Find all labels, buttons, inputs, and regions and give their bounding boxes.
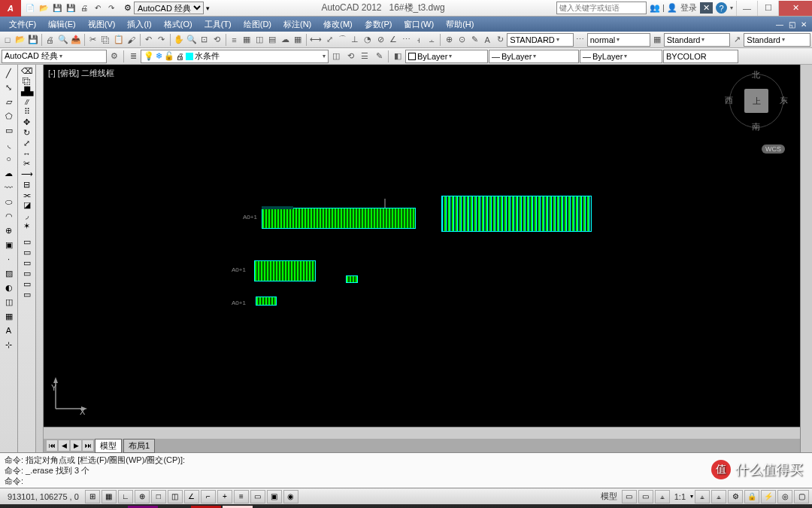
preview-icon[interactable]: 🔍	[57, 33, 69, 47]
dim-cont-icon[interactable]: ⫠	[426, 33, 438, 47]
tab-first-icon[interactable]: ⏮	[47, 440, 57, 451]
sc-toggle[interactable]: ◉	[283, 490, 298, 503]
command-line[interactable]: 命令: 指定对角点或 [栏选(F)/圈围(WP)/圈交(CP)]: 命令: _.…	[0, 452, 812, 488]
revcloud-icon[interactable]: ☁	[2, 166, 17, 180]
layer-prev-icon[interactable]: ⟲	[344, 50, 357, 63]
mleader-icon[interactable]: ↗	[731, 33, 743, 47]
undo-icon[interactable]: ↶	[92, 2, 103, 14]
snap-toggle[interactable]: ⊞	[85, 490, 100, 503]
model-space-button[interactable]: 模型	[598, 491, 620, 502]
plotstyle-dropdown[interactable]: BYCOLOR	[663, 50, 738, 63]
dim-update-icon[interactable]: ↻	[494, 33, 506, 47]
toolbar-lock-icon[interactable]: 🔒	[744, 490, 759, 503]
rotate-icon[interactable]: ↻	[23, 128, 30, 138]
mdi-min-icon[interactable]: —	[774, 20, 785, 29]
move-icon[interactable]: ✥	[23, 117, 30, 127]
mleaderstyle-dropdown[interactable]: Standard▾	[744, 33, 810, 47]
anno-scale[interactable]: 1:1	[671, 492, 689, 501]
tablestyle-dropdown[interactable]: Standard▾	[664, 33, 731, 47]
dimstyle-dropdown[interactable]: STANDARD▾	[507, 33, 574, 47]
zoom-window-icon[interactable]: ⊡	[198, 33, 211, 47]
drawing-qv-icon[interactable]: ▭	[638, 490, 653, 503]
model-viewport[interactable]: [-] [俯视] 二维线框 北 南 东 西 上 WCS A0+1 A0+1 A0…	[44, 65, 800, 427]
dim-align-icon[interactable]: ⤢	[323, 33, 335, 47]
lwt-toggle[interactable]: ≡	[234, 490, 249, 503]
insert-icon[interactable]: ⊕	[2, 224, 17, 237]
layer-tool6-icon[interactable]: ▭	[23, 290, 31, 300]
textstyle-dropdown[interactable]: normal▾	[587, 33, 650, 47]
task-camera-icon[interactable]: 📷	[128, 506, 158, 509]
explode-icon[interactable]: ✶	[23, 221, 30, 231]
layer-state-icon[interactable]: ☰	[358, 50, 371, 63]
stretch-icon[interactable]: ↔	[23, 149, 31, 158]
publish-icon[interactable]: 📤	[70, 33, 82, 47]
print-icon[interactable]: 🖨	[78, 2, 89, 14]
isolate-icon[interactable]: ◎	[777, 490, 792, 503]
dim-rad-icon[interactable]: ◔	[362, 33, 374, 47]
task-app1-icon[interactable]: 🎨	[65, 506, 95, 509]
tab-next-icon[interactable]: ▶	[71, 440, 81, 451]
fillet-icon[interactable]: ◞	[26, 211, 29, 221]
open-icon[interactable]: 📂	[14, 33, 26, 47]
layout-qv-icon[interactable]: ▭	[622, 490, 637, 503]
tab-prev-icon[interactable]: ◀	[59, 440, 69, 451]
dc-icon[interactable]: ▦	[241, 33, 253, 47]
dim-more-icon[interactable]: ⋯	[574, 33, 586, 47]
menu-item[interactable]: 窗口(W)	[398, 19, 440, 30]
linetype-dropdown[interactable]: —ByLayer▾	[489, 50, 579, 63]
start-button[interactable]: ⊞	[2, 506, 32, 509]
mdi-close-icon[interactable]: ✕	[798, 20, 809, 29]
undo-icon[interactable]: ↶	[143, 33, 155, 47]
h-scrollbar[interactable]	[44, 427, 800, 439]
app-logo-icon[interactable]: A	[0, 0, 21, 17]
layer-props-icon[interactable]: ≣	[126, 50, 140, 63]
lineweight-dropdown[interactable]: —ByLayer▾	[580, 50, 662, 63]
task-autocad-icon[interactable]: A	[223, 506, 253, 509]
paste-icon[interactable]: 📋	[113, 33, 125, 47]
ws-settings-icon[interactable]: ⚙	[108, 50, 121, 63]
3dosnap-toggle[interactable]: ◫	[168, 490, 183, 503]
help-icon[interactable]: ?	[716, 2, 727, 14]
osnap-toggle[interactable]: □	[151, 490, 166, 503]
signin-icon[interactable]: 👥 | 👤	[650, 3, 677, 13]
anno-auto-icon[interactable]: ⟁	[711, 490, 726, 503]
point-icon[interactable]: ·	[2, 252, 17, 266]
open-icon[interactable]: 📂	[38, 2, 49, 14]
task-aida-icon[interactable]: 64	[191, 506, 221, 509]
menu-item[interactable]: 参数(P)	[359, 19, 398, 30]
cut-icon[interactable]: ✂	[87, 33, 99, 47]
save-icon[interactable]: 💾	[51, 2, 62, 14]
new-icon[interactable]: 📄	[24, 2, 35, 14]
pline-icon[interactable]: ▱	[2, 95, 17, 108]
menu-item[interactable]: 格式(O)	[158, 19, 198, 30]
mtext-icon[interactable]: A	[2, 324, 17, 337]
layer-tool3-icon[interactable]: ▭	[23, 258, 31, 268]
hatch-icon[interactable]: ▨	[2, 266, 17, 280]
break-icon[interactable]: ⊟	[23, 180, 30, 190]
saveas-icon[interactable]: 💾	[65, 2, 76, 14]
tab-last-icon[interactable]: ⏭	[83, 440, 93, 451]
dim-base-icon[interactable]: ⫞	[413, 33, 425, 47]
join-icon[interactable]: ⫘	[23, 190, 31, 199]
dim-arc-icon[interactable]: ⌒	[336, 33, 348, 47]
tab-model[interactable]: 模型	[95, 439, 122, 453]
ortho-toggle[interactable]: ∟	[118, 490, 133, 503]
arc-icon[interactable]: ◟	[2, 138, 17, 151]
layer-match-icon[interactable]: ✎	[372, 50, 386, 63]
dim-edit-icon[interactable]: ✎	[468, 33, 480, 47]
scale-icon[interactable]: ⤢	[23, 138, 30, 148]
help-search-input[interactable]	[556, 2, 647, 14]
layer-tool2-icon[interactable]: ▭	[23, 248, 31, 257]
cmd-prompt[interactable]: 命令:	[5, 476, 807, 486]
dyn-toggle[interactable]: +	[217, 490, 232, 503]
extend-icon[interactable]: ⟶	[21, 169, 33, 179]
array-icon[interactable]: ⠿	[24, 107, 30, 117]
layer-tool4-icon[interactable]: ▭	[23, 269, 31, 278]
ellipse-arc-icon[interactable]: ◠	[2, 209, 17, 223]
anno-vis-icon[interactable]: ⟁	[695, 490, 710, 503]
line-icon[interactable]: ╱	[2, 66, 17, 80]
print-icon[interactable]: 🖨	[44, 33, 56, 47]
gradient-icon[interactable]: ◐	[2, 281, 17, 294]
circle-icon[interactable]: ○	[2, 152, 17, 166]
chamfer-icon[interactable]: ◪	[23, 200, 31, 210]
